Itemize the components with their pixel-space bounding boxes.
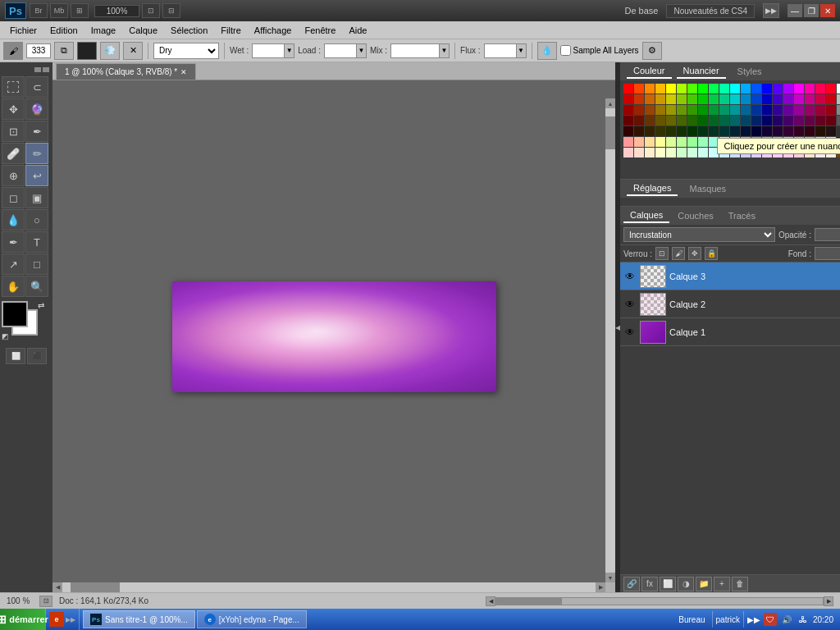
swatch-5-14[interactable] (773, 137, 783, 147)
swatch-0-6[interactable] (687, 84, 697, 94)
swatch-2-1[interactable] (634, 105, 644, 115)
swatch-4-2[interactable] (645, 126, 655, 136)
wet-input[interactable]: 0% (252, 43, 285, 58)
swatch-6-14[interactable] (773, 148, 783, 158)
swatch-5-17[interactable] (805, 137, 815, 147)
zoom-tool[interactable]: 🔍 (25, 276, 48, 297)
color-swatch-btn[interactable] (77, 42, 97, 60)
tab-couches[interactable]: Couches (671, 209, 719, 222)
swatch-5-8[interactable] (709, 137, 719, 147)
path-select-tool[interactable]: ↗ (2, 253, 25, 275)
swatch-4-15[interactable] (783, 126, 793, 136)
swatch-3-1[interactable] (634, 116, 644, 126)
tray-bureau[interactable]: Bureau (678, 615, 705, 624)
layer-vis-1[interactable]: 👁 (623, 326, 637, 339)
new-features-btn[interactable]: Nouveautés de CS4 (666, 4, 755, 18)
swatch-4-5[interactable] (677, 126, 687, 136)
crop-tool[interactable]: ⊡ (2, 121, 25, 142)
toolbox-pin-btn[interactable] (43, 67, 49, 72)
swatch-3-3[interactable] (655, 116, 665, 126)
v-scroll-thumb[interactable] (605, 116, 615, 149)
swatch-6-13[interactable] (762, 148, 772, 158)
swatch-1-20[interactable] (837, 94, 840, 104)
swatch-5-9[interactable] (719, 137, 729, 147)
swatch-4-4[interactable] (666, 126, 676, 136)
swatch-0-10[interactable] (730, 84, 740, 94)
swatch-4-9[interactable] (719, 126, 729, 136)
swatch-0-9[interactable] (719, 84, 729, 94)
swatch-6-16[interactable] (794, 148, 804, 158)
brush-tool-btn[interactable]: 🖌 (3, 42, 23, 60)
quick-mask-btn[interactable]: ⬛ (27, 348, 47, 364)
vertical-scrollbar[interactable]: ▲ ▼ (605, 98, 615, 582)
quick-select-tool[interactable]: 🔮 (25, 98, 48, 120)
swatch-6-18[interactable] (815, 148, 825, 158)
swatch-0-7[interactable] (698, 84, 708, 94)
menu-edition[interactable]: Edition (43, 24, 84, 37)
layer-item-2[interactable]: 👁 Calque 2 (620, 290, 840, 318)
swatch-6-8[interactable] (709, 148, 719, 158)
flux-arrow[interactable]: ▼ (517, 43, 527, 58)
swatch-5-1[interactable] (634, 137, 644, 147)
swatch-0-16[interactable] (794, 84, 804, 94)
swatch-1-4[interactable] (666, 94, 676, 104)
shape-tool[interactable]: □ (25, 253, 48, 275)
menu-affichage[interactable]: Affichage (248, 24, 299, 37)
h-status-scrollbar[interactable] (495, 597, 824, 605)
swatch-1-3[interactable] (655, 94, 665, 104)
layer-fx-btn[interactable]: fx (641, 577, 658, 591)
brush-tool[interactable]: ✏ (25, 143, 48, 164)
swatch-2-11[interactable] (741, 105, 751, 115)
sample-all-layers-label[interactable]: Sample All Layers (560, 45, 639, 56)
swatch-1-12[interactable] (751, 94, 761, 104)
cancel-btn[interactable]: ✕ (123, 42, 143, 60)
gradient-tool[interactable]: ▣ (25, 187, 48, 208)
swatch-5-13[interactable] (762, 137, 772, 147)
swatch-3-7[interactable] (698, 116, 708, 126)
panel-expand-btn[interactable]: ▶▶ (763, 3, 779, 18)
swatch-6-15[interactable] (783, 148, 793, 158)
swatch-3-18[interactable] (815, 116, 825, 126)
swatch-6-4[interactable] (666, 148, 676, 158)
mini-bridge-btn[interactable]: Mb (50, 3, 68, 18)
swatch-1-6[interactable] (687, 94, 697, 104)
swatch-1-17[interactable] (805, 94, 815, 104)
swatch-2-7[interactable] (698, 105, 708, 115)
text-tool[interactable]: T (25, 231, 48, 253)
v-scroll-track[interactable] (605, 108, 615, 573)
swatch-3-6[interactable] (687, 116, 697, 126)
fill-input[interactable]: 100% (815, 247, 840, 260)
flux-toggle-btn[interactable]: 💧 (537, 42, 557, 60)
swatch-0-4[interactable] (666, 84, 676, 94)
swatch-5-12[interactable] (751, 137, 761, 147)
tray-icon-1[interactable]: ▶▶ (747, 613, 760, 626)
lock-all-btn[interactable]: 🔒 (705, 247, 718, 260)
swatch-6-17[interactable] (805, 148, 815, 158)
taskbar-item-ps[interactable]: Ps Sans titre-1 @ 100%... (83, 610, 195, 628)
swap-colors-icon[interactable]: ⇄ (38, 301, 44, 310)
swatch-4-1[interactable] (634, 126, 644, 136)
default-colors-icon[interactable]: ◩ (2, 332, 9, 340)
swatch-2-3[interactable] (655, 105, 665, 115)
swatch-0-18[interactable] (815, 84, 825, 94)
swatch-0-12[interactable] (751, 84, 761, 94)
blur-tool[interactable]: 💧 (2, 209, 25, 231)
swatch-2-19[interactable] (826, 105, 836, 115)
hand-tool[interactable]: ✋ (2, 276, 25, 297)
swatch-3-19[interactable] (826, 116, 836, 126)
lasso-tool[interactable]: ⊂ (25, 76, 48, 98)
swatch-6-9[interactable] (719, 148, 729, 158)
swatch-2-0[interactable] (623, 105, 633, 115)
swatch-4-18[interactable] (815, 126, 825, 136)
eraser-tool[interactable]: ◻ (2, 187, 25, 208)
swatch-1-15[interactable] (783, 94, 793, 104)
swatch-6-5[interactable] (677, 148, 687, 158)
brush-preset-select[interactable]: Dry (153, 43, 219, 59)
tray-security-icon[interactable]: 🛡 (764, 613, 777, 626)
swatch-5-3[interactable] (655, 137, 665, 147)
marquee-tool[interactable] (2, 76, 25, 98)
layer-vis-3[interactable]: 👁 (623, 270, 637, 283)
sample-all-layers-checkbox[interactable] (560, 45, 571, 56)
swatch-5-15[interactable] (783, 137, 793, 147)
swatch-0-20[interactable] (837, 84, 840, 94)
